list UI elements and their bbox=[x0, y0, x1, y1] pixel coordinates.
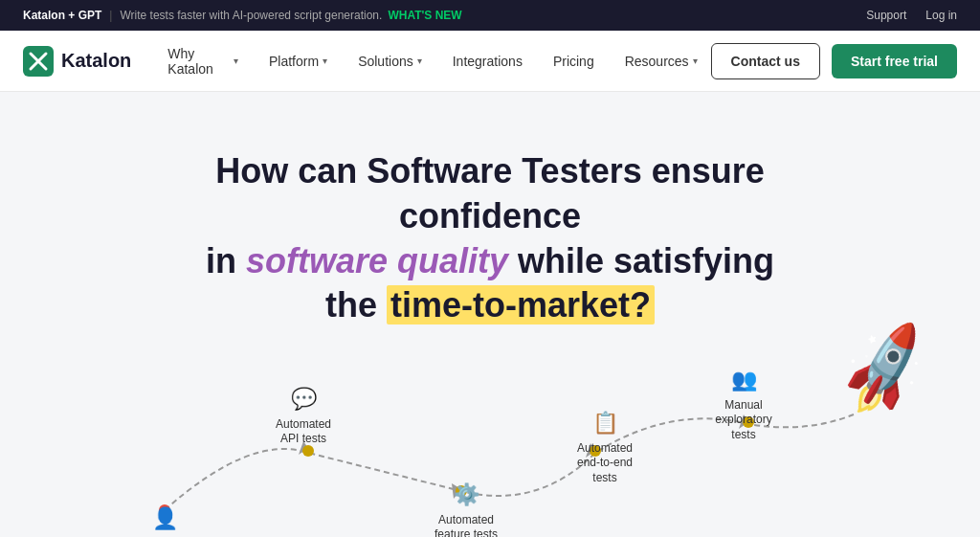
nav-item-resources[interactable]: Resources ▾ bbox=[612, 46, 711, 77]
step-label: Manualexploratorytests bbox=[715, 398, 771, 441]
banner-left: Katalon + GPT | Write tests faster with … bbox=[23, 9, 462, 22]
nav-item-why-katalon[interactable]: Why Katalon ▾ bbox=[154, 38, 252, 84]
hero-title-part2: in software quality while satisfying bbox=[206, 241, 774, 280]
hero-title: How can Software Testers ensure confiden… bbox=[155, 149, 825, 328]
nav-item-solutions[interactable]: Solutions ▾ bbox=[345, 46, 435, 77]
chevron-down-icon: ▾ bbox=[323, 56, 327, 66]
hero-highlight-text: time-to-market? bbox=[387, 285, 655, 324]
unit-test-icon: 👤 bbox=[112, 505, 217, 533]
hero-quality-text: software quality bbox=[246, 241, 508, 280]
whats-new-link[interactable]: WHAT'S NEW bbox=[388, 9, 461, 22]
navbar: Katalon Why Katalon ▾ Platform ▾ Solutio… bbox=[0, 31, 980, 92]
chevron-down-icon: ▾ bbox=[693, 56, 698, 66]
exploratory-test-icon: 👥 bbox=[681, 367, 806, 394]
step-e2e-tests: 📋 Automatedend-to-endtests bbox=[547, 410, 662, 485]
step-api-tests: 💬 AutomatedAPI tests bbox=[251, 386, 356, 447]
login-link[interactable]: Log in bbox=[925, 9, 957, 22]
support-link[interactable]: Support bbox=[866, 9, 906, 22]
katalon-logo-icon bbox=[23, 46, 54, 77]
banner-brand: Katalon + GPT bbox=[23, 9, 101, 22]
step-label: Automatedend-to-endtests bbox=[577, 441, 633, 484]
step-exploratory-tests: 👥 Manualexploratorytests bbox=[681, 367, 806, 442]
nav-item-integrations[interactable]: Integrations bbox=[439, 46, 536, 77]
e2e-test-icon: 📋 bbox=[547, 410, 662, 437]
contact-button[interactable]: Contact us bbox=[711, 43, 820, 79]
nav-item-platform[interactable]: Platform ▾ bbox=[256, 46, 341, 77]
hero-section: How can Software Testers ensure confiden… bbox=[0, 92, 980, 537]
nav-actions: Contact us Start free trial bbox=[711, 43, 957, 79]
testing-diagram: 👤 Automatedunit tests 💬 AutomatedAPI tes… bbox=[59, 357, 921, 537]
feature-test-icon: ⚙️ bbox=[409, 481, 523, 509]
svg-point-6 bbox=[302, 445, 314, 457]
step-unit-tests: 👤 Automatedunit tests bbox=[112, 505, 217, 537]
step-label: Automatedfeature tests bbox=[434, 513, 498, 537]
logo[interactable]: Katalon bbox=[23, 46, 131, 77]
banner-separator: | bbox=[109, 9, 112, 22]
chevron-down-icon: ▾ bbox=[234, 56, 238, 66]
top-banner: Katalon + GPT | Write tests faster with … bbox=[0, 0, 980, 31]
api-test-icon: 💬 bbox=[251, 386, 356, 414]
hero-title-part1: How can Software Testers ensure confiden… bbox=[215, 151, 765, 235]
banner-right: Support Log in bbox=[866, 9, 957, 22]
nav-item-pricing[interactable]: Pricing bbox=[540, 46, 608, 77]
banner-description: Write tests faster with AI-powered scrip… bbox=[120, 9, 382, 22]
start-trial-button[interactable]: Start free trial bbox=[832, 44, 957, 78]
hero-title-part4: the time-to-market? bbox=[325, 285, 655, 324]
step-feature-tests: ⚙️ Automatedfeature tests bbox=[409, 481, 523, 537]
chevron-down-icon: ▾ bbox=[417, 56, 422, 66]
step-label: AutomatedAPI tests bbox=[276, 417, 331, 446]
logo-text: Katalon bbox=[61, 50, 131, 72]
nav-items: Why Katalon ▾ Platform ▾ Solutions ▾ Int… bbox=[154, 38, 710, 84]
